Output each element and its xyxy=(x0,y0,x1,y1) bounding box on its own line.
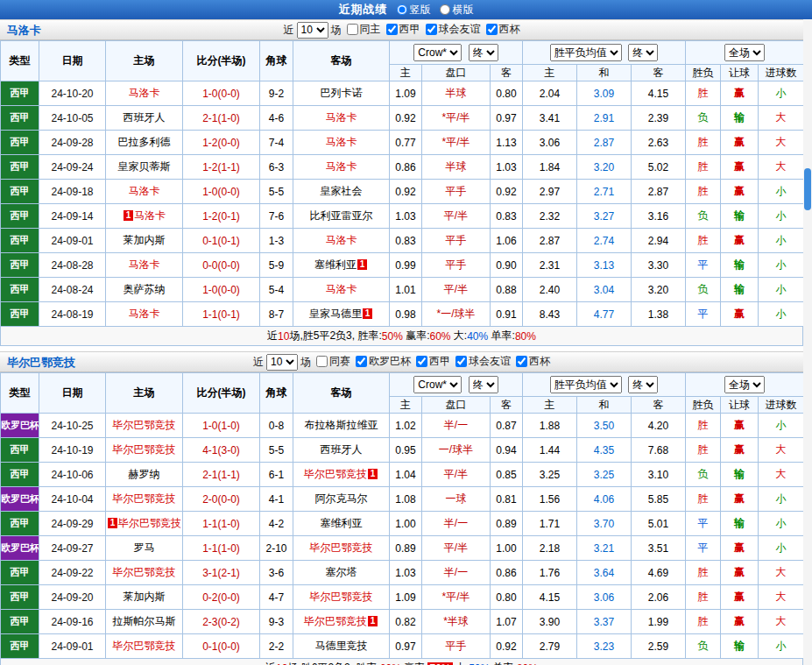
filter-checkbox-input[interactable] xyxy=(455,356,467,367)
layout-radio-option[interactable]: 横版 xyxy=(440,3,474,18)
date-cell: 24-09-14 xyxy=(39,204,106,229)
filter-checkbox-input[interactable] xyxy=(356,356,367,367)
layout-radio-option[interactable]: 竖版 xyxy=(397,3,431,18)
wdl-home-odds: 2.31 xyxy=(523,253,577,278)
cover-cell: 赢 xyxy=(721,487,759,512)
filter-checkbox[interactable]: 球会友谊 xyxy=(426,22,481,37)
team-label: 毕尔巴鄂竞技 xyxy=(113,443,176,456)
filter-checkbox[interactable]: 西甲 xyxy=(386,22,420,37)
cover-cell: 赢 xyxy=(721,180,759,204)
filter-checkbox-input[interactable] xyxy=(486,24,498,35)
wdl-draw-odds: 2.87 xyxy=(577,131,632,155)
filter-checkbox[interactable]: 同赛 xyxy=(316,354,350,369)
summary-text: 大: xyxy=(453,661,470,665)
team-label: 塞维利亚 xyxy=(321,517,363,529)
scrollbar[interactable] xyxy=(803,19,812,665)
cover-cell: 赢 xyxy=(721,229,759,253)
wdl-draw-odds: 4.35 xyxy=(577,438,632,463)
crown-away-odds: 0.81 xyxy=(491,487,523,512)
filter-checkbox-input[interactable] xyxy=(316,356,328,367)
layout-radio-input[interactable] xyxy=(397,4,407,15)
filter-checkbox[interactable]: 欧罗巴杯 xyxy=(356,354,411,369)
team-label: 马洛卡 xyxy=(326,160,357,173)
crown-away-odds: 0.88 xyxy=(491,278,523,302)
result-cell: 平 xyxy=(686,253,721,278)
handicap-cell: 半/一 xyxy=(422,512,491,536)
away-team-cell: 毕尔巴鄂竞技1 xyxy=(293,610,390,634)
summary-text: 赢率: xyxy=(403,329,430,343)
filter-unit-label: 场 xyxy=(300,355,311,370)
home-team-cell: 拉斯帕尔马斯 xyxy=(106,610,183,634)
col-date: 日期 xyxy=(39,373,106,414)
score-cell: 2-1(1-0) xyxy=(183,106,260,131)
date-cell: 24-10-04 xyxy=(39,487,106,512)
filter-checkbox-input[interactable] xyxy=(516,356,527,367)
away-team-cell: 马德里竞技 xyxy=(293,634,390,659)
filter-checkbox[interactable]: 西甲 xyxy=(416,354,450,369)
wdl-select[interactable]: 胜平负均值 xyxy=(550,44,622,61)
col-odds-handicap: 盘口 xyxy=(422,65,491,81)
filter-checkbox[interactable]: 球会友谊 xyxy=(455,354,511,369)
home-team-cell: 罗马 xyxy=(106,536,183,561)
league-cell: 欧罗巴杯 xyxy=(1,487,39,512)
date-cell: 24-09-24 xyxy=(39,155,106,180)
corner-cell: 9-2 xyxy=(260,81,293,106)
home-team-cell: 1毕尔巴鄂竞技 xyxy=(106,512,183,536)
red-card-badge: 1 xyxy=(124,210,133,221)
wdl-final-select[interactable]: 终 xyxy=(628,44,658,61)
goal-cell: 大 xyxy=(759,106,804,131)
filter-checkbox[interactable]: 西杯 xyxy=(516,354,550,369)
odds-final-select[interactable]: 终 xyxy=(469,376,498,393)
wdl-draw-odds: 3.20 xyxy=(577,155,632,180)
team-label: 莱加内斯 xyxy=(124,591,166,603)
score-cell: 2-0(0-0) xyxy=(183,487,260,512)
wdl-final-select[interactable]: 终 xyxy=(628,376,658,393)
cover-cell: 输 xyxy=(721,253,759,278)
scrollbar-thumb[interactable] xyxy=(804,168,811,210)
cover-cell: 赢 xyxy=(721,302,759,327)
wdl-draw-odds: 4.77 xyxy=(577,302,632,327)
match-row: 西甲24-09-22毕尔巴鄂竞技3-1(2-1)3-6塞尔塔1.03半/一0.8… xyxy=(1,561,804,585)
wdl-select[interactable]: 胜平负均值 xyxy=(550,376,622,393)
odds-final-select[interactable]: 终 xyxy=(469,44,498,61)
crown-home-odds: 1.08 xyxy=(390,487,422,512)
wdl-draw-odds: 3.21 xyxy=(577,536,632,561)
crown-home-odds: 0.98 xyxy=(390,302,422,327)
odds-source-select[interactable]: Crow* xyxy=(413,376,462,393)
score-cell: 3-1(2-1) xyxy=(183,561,260,585)
filter-checkbox[interactable]: 同主 xyxy=(347,22,381,37)
filter-checkbox[interactable]: 西杯 xyxy=(486,22,520,37)
home-team-cell: 毕尔巴鄂竞技 xyxy=(106,561,183,585)
match-row: 西甲24-08-19马洛卡1-1(0-1)8-7皇家马德里10.98*一/球半0… xyxy=(1,302,804,327)
crown-away-odds: 0.80 xyxy=(491,81,523,106)
league-cell: 西甲 xyxy=(1,512,39,536)
odds-source-select[interactable]: Crow* xyxy=(413,44,462,61)
wdl-home-odds: 3.90 xyxy=(523,610,577,634)
league-cell: 西甲 xyxy=(1,155,39,180)
filter-checkbox-input[interactable] xyxy=(386,24,398,35)
summary-text: 80% xyxy=(515,330,536,343)
home-team-cell: 毕尔巴鄂竞技 xyxy=(106,487,183,512)
team-label: 塞尔塔 xyxy=(326,566,357,578)
goal-cell: 大 xyxy=(759,438,804,463)
filter-checkbox-input[interactable] xyxy=(416,356,427,367)
games-count-select[interactable]: 10 xyxy=(266,354,298,371)
scope-select[interactable]: 全场 xyxy=(724,376,765,393)
result-cell: 负 xyxy=(686,634,721,659)
col-wdl-draw: 和 xyxy=(577,397,632,414)
handicap-cell: 平手 xyxy=(422,180,491,204)
handicap-cell: 平/半 xyxy=(422,463,491,487)
summary-text: 80% xyxy=(517,662,538,665)
team-label: 马德里竞技 xyxy=(315,640,368,652)
away-team-cell: 阿尔克马尔 xyxy=(293,487,390,512)
filter-checkbox-input[interactable] xyxy=(426,24,437,35)
games-count-select[interactable]: 10 xyxy=(297,22,328,39)
home-team-cell: 毕尔巴鄂竞技 xyxy=(106,438,183,463)
matches-table: 类型 日期 主场 比分(半场) 角球 客场 Crow* 终 胜平负均值 终 xyxy=(0,372,804,659)
filter-checkbox-input[interactable] xyxy=(347,24,358,35)
corner-cell: 9-3 xyxy=(260,610,293,634)
layout-radio-input[interactable] xyxy=(440,4,450,15)
scope-select[interactable]: 全场 xyxy=(724,44,765,61)
wdl-draw-odds: 4.06 xyxy=(577,487,632,512)
wdl-home-odds: 1.88 xyxy=(523,414,577,438)
